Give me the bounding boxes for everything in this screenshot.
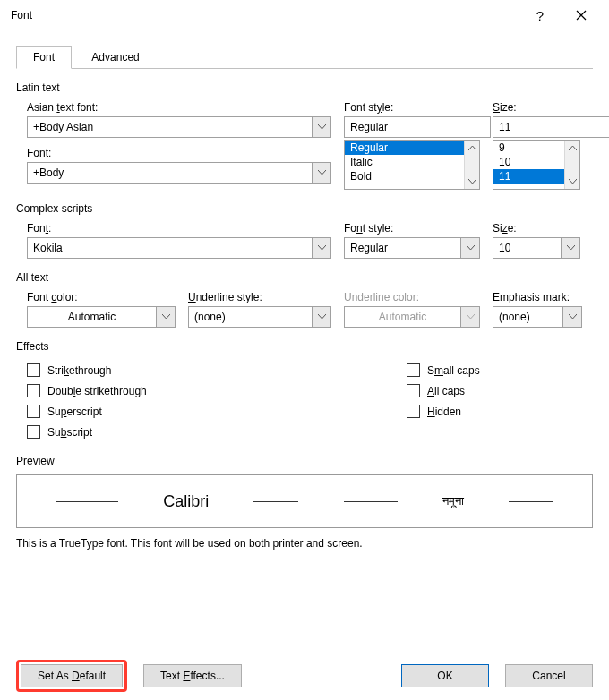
latin-font-label: Font:: [27, 147, 331, 159]
chevron-up-icon: [569, 146, 577, 151]
size-option-9[interactable]: 9: [493, 141, 564, 155]
chevron-up-icon: [468, 146, 476, 151]
preview-sample-latin: Calibri: [163, 492, 209, 511]
complex-font-input[interactable]: [27, 237, 312, 259]
chevron-down-icon: [569, 179, 577, 184]
font-style-input[interactable]: [344, 116, 491, 138]
complex-size-dropdown[interactable]: 10: [493, 237, 580, 259]
font-color-label: Font color:: [27, 291, 176, 303]
font-color-dropdown[interactable]: Automatic: [27, 306, 176, 328]
latin-font-input[interactable]: [27, 162, 312, 184]
preview-note: This is a TrueType font. This font will …: [16, 537, 593, 550]
underline-style-dropdown[interactable]: (none): [188, 306, 331, 328]
underline-color-dropdown: Automatic: [344, 306, 480, 328]
superscript-checkbox[interactable]: Superscript: [27, 405, 394, 418]
strikethrough-checkbox[interactable]: Strikethrough: [27, 363, 394, 377]
titlebar: Font ?: [0, 0, 609, 30]
close-icon: [576, 10, 587, 21]
asian-font-label: Asian text font:: [27, 101, 331, 114]
emphasis-value: (none): [493, 306, 562, 328]
preview-box: Calibri नमूना: [16, 474, 593, 528]
allcaps-checkbox[interactable]: All caps: [407, 384, 480, 397]
size-option-11[interactable]: 11: [493, 169, 564, 184]
section-complex: Complex scripts: [16, 202, 593, 215]
preview-line: [509, 501, 553, 502]
chevron-down-icon: [162, 314, 170, 320]
complex-font-label: Font:: [27, 222, 331, 235]
complex-style-label: Font style:: [344, 222, 480, 235]
chevron-down-icon: [467, 245, 475, 251]
ok-button[interactable]: OK: [401, 664, 489, 687]
complex-font-drop[interactable]: [312, 237, 331, 259]
chevron-down-icon: [318, 314, 326, 320]
size-label: Size:: [493, 101, 580, 114]
subscript-checkbox[interactable]: Subscript: [27, 425, 394, 439]
footer: Set As Default Text Effects... OK Cancel: [0, 652, 609, 700]
chevron-down-icon: [569, 314, 577, 320]
chevron-down-icon: [467, 314, 475, 320]
emphasis-dropdown[interactable]: (none): [493, 306, 582, 328]
tabstrip: Font Advanced: [16, 45, 593, 69]
preview-line: [253, 501, 298, 502]
set-default-button[interactable]: Set As Default: [21, 664, 123, 687]
asian-font-combo[interactable]: [27, 116, 331, 138]
preview-line: [56, 501, 118, 502]
section-preview: Preview: [16, 455, 593, 467]
close-button[interactable]: [561, 0, 602, 30]
tab-advanced[interactable]: Advanced: [74, 46, 156, 69]
size-option-10[interactable]: 10: [493, 155, 564, 169]
font-style-listbox[interactable]: Regular Italic Bold: [344, 140, 480, 190]
underline-color-value: Automatic: [344, 306, 460, 328]
latin-font-drop[interactable]: [312, 162, 331, 184]
section-alltext: All text: [16, 271, 593, 284]
underline-style-label: Underline style:: [188, 291, 331, 303]
window-title: Font: [7, 9, 32, 21]
highlight-default: Set As Default: [16, 660, 127, 692]
size-input[interactable]: [493, 116, 609, 138]
section-latin: Latin text: [16, 81, 593, 94]
underline-style-value: (none): [188, 306, 312, 328]
font-style-option-italic[interactable]: Italic: [345, 155, 464, 169]
asian-font-input[interactable]: [27, 116, 312, 138]
smallcaps-checkbox[interactable]: Small caps: [407, 363, 480, 377]
chevron-down-icon: [468, 179, 476, 184]
complex-size-value: 10: [493, 237, 561, 259]
font-style-input-wrap: [344, 116, 480, 138]
font-color-value: Automatic: [27, 306, 156, 328]
latin-font-combo[interactable]: [27, 162, 331, 184]
size-listbox[interactable]: 9 10 11: [493, 140, 580, 190]
complex-style-value: Regular: [344, 237, 460, 259]
preview-line: [344, 501, 398, 502]
help-button[interactable]: ?: [519, 0, 561, 30]
font-style-option-bold[interactable]: Bold: [345, 169, 464, 184]
cancel-button[interactable]: Cancel: [505, 664, 593, 687]
section-effects: Effects: [16, 340, 593, 353]
complex-font-combo[interactable]: [27, 237, 331, 259]
chevron-down-icon: [318, 170, 326, 175]
text-effects-button[interactable]: Text Effects...: [143, 664, 242, 687]
complex-style-dropdown[interactable]: Regular: [344, 237, 480, 259]
asian-font-drop[interactable]: [312, 116, 331, 138]
font-style-scrollbar[interactable]: [464, 141, 479, 189]
underline-color-label: Underline color:: [344, 291, 480, 303]
hidden-checkbox[interactable]: Hidden: [407, 405, 480, 418]
preview-sample-complex: नमूना: [442, 494, 464, 508]
chevron-down-icon: [567, 245, 575, 251]
complex-size-label: Size:: [493, 222, 580, 235]
chevron-down-icon: [318, 245, 326, 251]
emphasis-label: Emphasis mark:: [493, 291, 582, 303]
chevron-down-icon: [318, 124, 326, 130]
size-input-wrap: [493, 116, 580, 138]
size-scrollbar[interactable]: [564, 141, 579, 189]
tab-font[interactable]: Font: [16, 46, 72, 69]
font-style-option-regular[interactable]: Regular: [345, 141, 464, 155]
double-strike-checkbox[interactable]: Double strikethrough: [27, 384, 394, 397]
font-style-label: Font style:: [344, 101, 480, 114]
